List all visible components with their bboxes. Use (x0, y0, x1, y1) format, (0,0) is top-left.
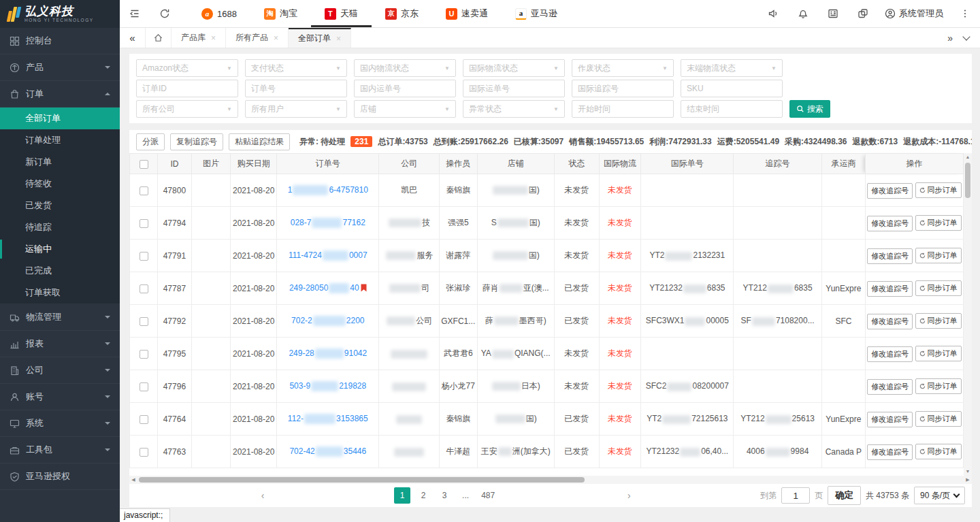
sync-order-button[interactable]: 同步订单 (915, 378, 962, 394)
tabs-list-dropdown-button[interactable] (962, 33, 970, 40)
select-lastmile-status[interactable]: 末端物流状态▼ (681, 59, 783, 77)
edit-tracking-button[interactable]: 修改追踪号 (867, 444, 913, 460)
sync-order-button[interactable]: 同步订单 (915, 248, 962, 263)
sidebar-item-logistics[interactable]: 物流管理 (0, 304, 120, 331)
close-icon[interactable]: × (274, 33, 278, 43)
order-number-link[interactable]: 028-777162 (291, 218, 365, 227)
vertical-scrollbar[interactable]: ▲ ▼ (964, 153, 972, 476)
edit-tracking-button[interactable]: 修改追踪号 (867, 412, 913, 427)
scroll-right-icon[interactable]: ▶ (964, 476, 972, 484)
announcement-button[interactable] (758, 0, 788, 27)
edit-tracking-button[interactable]: 修改追踪号 (867, 183, 913, 199)
tabs-scroll-right-button[interactable]: » (947, 33, 953, 44)
sidebar-item-products[interactable]: 产品 (0, 54, 120, 81)
row-checkbox[interactable] (140, 382, 148, 391)
prev-page-button[interactable]: ‹ (136, 487, 389, 504)
order-number-link[interactable]: 702-22200 (291, 316, 364, 325)
vertical-scrollbar-thumb[interactable] (965, 163, 970, 198)
edit-tracking-button[interactable]: 修改追踪号 (867, 248, 913, 264)
select-user[interactable]: 所有用户▼ (245, 100, 347, 118)
edit-tracking-button[interactable]: 修改追踪号 (867, 379, 913, 395)
sync-order-button[interactable]: 同步订单 (915, 215, 962, 231)
sync-order-button[interactable]: 同步订单 (915, 346, 962, 361)
goto-confirm-button[interactable]: 确定 (828, 486, 861, 505)
sidebar-item-all-orders[interactable]: 全部订单 (0, 108, 120, 129)
page-button-2[interactable]: 2 (415, 487, 431, 504)
tab-all-orders[interactable]: 全部订单× (289, 28, 351, 48)
sidebar-item-new-orders[interactable]: 新订单 (0, 151, 120, 173)
sidebar-item-order-fetch[interactable]: 订单获取 (0, 282, 120, 304)
tab-1688[interactable]: a 1688 (188, 0, 250, 27)
sidebar-collapse-button[interactable] (120, 0, 150, 27)
edit-tracking-button[interactable]: 修改追踪号 (867, 281, 913, 297)
domestic-waybill-input[interactable] (354, 80, 456, 97)
close-icon[interactable]: × (211, 33, 216, 43)
sidebar-item-to-track[interactable]: 待追踪 (0, 216, 120, 238)
sync-order-button[interactable]: 同步订单 (915, 280, 962, 296)
tab-amazon[interactable]: a 亚马逊 (502, 0, 571, 27)
row-checkbox[interactable] (140, 284, 148, 293)
tab-tmall[interactable]: T 天猫 (311, 0, 372, 27)
page-button-1[interactable]: 1 (394, 487, 410, 504)
order-number-link[interactable]: 111-47240007 (289, 250, 368, 260)
row-checkbox[interactable] (140, 219, 148, 228)
sidebar-item-dashboard[interactable]: 控制台 (0, 28, 120, 54)
order-id-input[interactable] (136, 80, 238, 97)
scroll-left-icon[interactable]: ◀ (129, 476, 137, 484)
sidebar-item-company[interactable]: 公司 (0, 357, 120, 384)
order-number-link[interactable]: 249-2891042 (289, 348, 367, 358)
select-amazon-status[interactable]: Amazon状态▼ (136, 59, 238, 77)
dispatch-button[interactable]: 分派 (136, 133, 165, 150)
row-checkbox[interactable] (140, 350, 148, 359)
copy-tracking-button[interactable]: 复制追踪号 (170, 133, 223, 150)
sync-order-button[interactable]: 同步订单 (915, 411, 962, 427)
sidebar-item-order-processing[interactable]: 订单处理 (0, 129, 120, 151)
intl-waybill-input[interactable] (463, 80, 565, 97)
tab-aliexpress[interactable]: U 速卖通 (432, 0, 502, 27)
tabs-scroll-left-button[interactable]: « (120, 28, 146, 48)
workspace-button[interactable] (848, 0, 878, 27)
paste-tracking-button[interactable]: 粘贴追踪结果 (229, 133, 290, 150)
refresh-button[interactable] (150, 0, 180, 27)
more-menu-button[interactable] (950, 0, 980, 27)
edit-tracking-button[interactable]: 修改追踪号 (867, 216, 913, 231)
select-company[interactable]: 所有公司▼ (136, 100, 238, 118)
tab-taobao[interactable]: 淘 淘宝 (250, 0, 311, 27)
select-payment-status[interactable]: 支付状态▼ (245, 59, 347, 77)
sync-order-button[interactable]: 同步订单 (915, 182, 962, 198)
intl-tracking-input[interactable] (572, 80, 674, 97)
order-number-link[interactable]: 503-9219828 (289, 381, 366, 391)
order-number-link[interactable]: 249-2805040 (289, 283, 359, 293)
apps-button[interactable] (818, 0, 848, 27)
order-number-link[interactable]: 16-4757810 (288, 185, 368, 195)
scroll-up-icon[interactable]: ▲ (964, 153, 972, 161)
per-page-select[interactable]: 90 条/页 (914, 487, 965, 504)
order-no-input[interactable] (245, 80, 347, 97)
next-page-button[interactable]: › (502, 487, 755, 504)
tab-jd[interactable]: 京 京东 (372, 0, 432, 27)
notifications-button[interactable] (788, 0, 818, 27)
select-all-checkbox[interactable] (140, 160, 148, 169)
horizontal-scrollbar[interactable]: ◀ ▶ (129, 476, 972, 484)
page-button-last[interactable]: 487 (478, 487, 497, 504)
goto-page-input[interactable] (781, 487, 810, 504)
page-button-3[interactable]: 3 (436, 487, 453, 504)
user-menu[interactable]: 系统管理员 (878, 7, 950, 20)
order-number-link[interactable]: 112-3153865 (288, 414, 368, 423)
edit-tracking-button[interactable]: 修改追踪号 (867, 314, 913, 329)
sidebar-item-orders[interactable]: 订单 (0, 81, 120, 108)
select-void-status[interactable]: 作废状态▼ (572, 59, 674, 77)
tab-product-library[interactable]: 产品库× (172, 28, 226, 48)
row-checkbox[interactable] (140, 252, 148, 261)
sidebar-item-in-transit[interactable]: 运输中 (0, 238, 120, 260)
sync-order-button[interactable]: 同步订单 (915, 313, 962, 329)
sku-input[interactable] (681, 80, 783, 97)
home-tab-button[interactable] (146, 28, 172, 48)
row-checkbox[interactable] (140, 415, 148, 424)
close-icon[interactable]: × (336, 34, 341, 44)
start-time-input[interactable] (572, 100, 674, 118)
select-exception-status[interactable]: 异常状态▼ (463, 100, 565, 118)
row-checkbox[interactable] (140, 448, 148, 457)
row-checkbox[interactable] (140, 317, 148, 326)
select-shop[interactable]: 店铺▼ (354, 100, 456, 118)
